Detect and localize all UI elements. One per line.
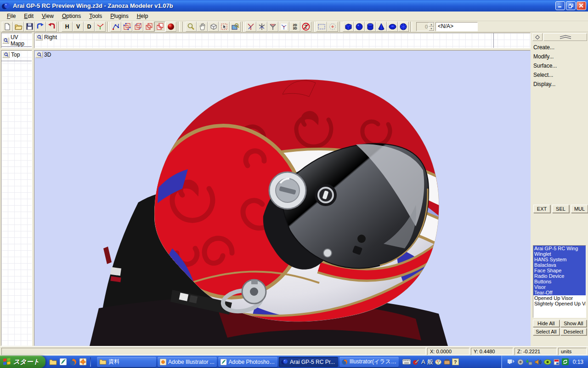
- ime-help-button[interactable]: ?: [452, 358, 459, 365]
- close-button[interactable]: [577, 1, 586, 10]
- sidebar-collapse-button[interactable]: [543, 33, 587, 41]
- open-button[interactable]: [13, 22, 24, 32]
- axis-mode-3-button[interactable]: [267, 22, 278, 32]
- object-mode-button[interactable]: [154, 22, 165, 32]
- select-view-button[interactable]: [219, 22, 230, 32]
- audio-device-icon[interactable]: [517, 359, 524, 365]
- view-cube-button[interactable]: [208, 22, 219, 32]
- object-list-item[interactable]: HANS System: [533, 257, 586, 262]
- minimize-button[interactable]: [555, 1, 565, 10]
- mul-button[interactable]: MUL: [571, 205, 588, 213]
- viewport-top[interactable]: Top: [1, 50, 32, 346]
- keyboard-icon[interactable]: [402, 359, 411, 365]
- start-button[interactable]: スタート: [0, 356, 45, 368]
- hide-all-button[interactable]: Hide All: [533, 320, 560, 327]
- spinner-down-icon[interactable]: ▼: [429, 27, 434, 31]
- sidebar-mode-button[interactable]: [532, 33, 543, 41]
- primitive-cube-button[interactable]: [343, 22, 354, 32]
- menu-plugins[interactable]: Plugins: [106, 12, 132, 20]
- sidebar-item-select[interactable]: Select...: [532, 70, 587, 80]
- menu-options[interactable]: Options: [58, 12, 85, 20]
- zoom-button[interactable]: [186, 22, 197, 32]
- object-list-item[interactable]: Tear-Off: [533, 290, 586, 295]
- sphere-mode-button[interactable]: [165, 22, 176, 32]
- show-all-button[interactable]: Show All: [560, 320, 587, 327]
- object-list-item[interactable]: Arai GP-5 RC Wing: [533, 246, 586, 251]
- primitive-cone-button[interactable]: [376, 22, 387, 32]
- sync-update-icon[interactable]: [562, 358, 569, 365]
- usb-remove-icon[interactable]: [526, 359, 532, 365]
- folder-icon[interactable]: [49, 359, 57, 365]
- sel-button[interactable]: SEL: [552, 205, 569, 213]
- viewport-right[interactable]: Right: [34, 33, 531, 48]
- zoom-region-button[interactable]: [230, 22, 241, 32]
- nview-icon[interactable]: [544, 359, 551, 365]
- export-button[interactable]: [46, 22, 57, 32]
- ime-pad-icon[interactable]: [435, 359, 442, 365]
- object-list-item[interactable]: Winglet: [533, 251, 586, 257]
- pan-button[interactable]: [197, 22, 208, 32]
- task-button-folder[interactable]: 資料: [97, 357, 156, 367]
- z-lock-button[interactable]: Z: [300, 22, 311, 32]
- axes-button[interactable]: [95, 22, 106, 32]
- ime-tools-icon[interactable]: [444, 359, 450, 365]
- axis-mode-4-button[interactable]: [278, 22, 289, 32]
- task-button-illustrator[interactable]: Adobe Illustrator ...: [158, 357, 217, 367]
- select-all-button[interactable]: Select All: [533, 328, 560, 335]
- illustrator-icon[interactable]: [79, 358, 86, 365]
- task-button-browser[interactable]: Illustrator(イラスト...: [339, 357, 399, 367]
- h-view-button[interactable]: H: [62, 22, 73, 32]
- object-list-item[interactable]: Balaclava: [533, 262, 586, 268]
- sidebar-item-display[interactable]: Display...: [532, 80, 587, 89]
- primitive-torus-button[interactable]: [387, 22, 398, 32]
- menu-file[interactable]: File: [3, 12, 20, 20]
- wireless-display-icon[interactable]: [508, 359, 515, 365]
- v-view-button[interactable]: V: [73, 22, 84, 32]
- d-view-button[interactable]: D: [84, 22, 95, 32]
- select-rectangle-button[interactable]: [316, 22, 327, 32]
- menu-help[interactable]: Help: [133, 12, 153, 20]
- ext-button[interactable]: EXT: [533, 205, 550, 213]
- spinner-arrows[interactable]: ▲▼: [429, 23, 434, 31]
- ime-pen-icon[interactable]: [413, 358, 419, 365]
- tablet-driver-icon[interactable]: [554, 359, 560, 365]
- menu-view[interactable]: View: [38, 12, 58, 20]
- menu-tools[interactable]: Tools: [85, 12, 106, 20]
- task-button-photoshop[interactable]: Adobe Photoshop...: [218, 357, 277, 367]
- viewport-uv[interactable]: UV Mapp: [1, 33, 32, 48]
- primitive-sphere-button[interactable]: [354, 22, 365, 32]
- taskbar-clock[interactable]: 0:13: [573, 359, 583, 365]
- viewport-maximize-button[interactable]: [35, 52, 43, 58]
- object-list-item[interactable]: Face Shape: [533, 268, 586, 273]
- spinner-up-icon[interactable]: ▲: [429, 23, 434, 27]
- axis-mode-2-button[interactable]: [256, 22, 267, 32]
- object-list-item[interactable]: Visor: [533, 284, 586, 290]
- toggle-2d3d-button[interactable]: 2D3D: [289, 22, 300, 32]
- firefox-icon[interactable]: [69, 358, 77, 366]
- select-circle-button[interactable]: [327, 22, 338, 32]
- ime-conversion-mode[interactable]: 般: [427, 358, 433, 366]
- material-combobox[interactable]: <N/A>: [435, 22, 478, 31]
- value-spinner[interactable]: 0 ▲▼: [416, 22, 435, 31]
- viewport-maximize-button[interactable]: [2, 37, 9, 44]
- new-button[interactable]: [2, 22, 13, 32]
- sidebar-item-create[interactable]: Create...: [532, 43, 587, 52]
- import-button[interactable]: [35, 22, 46, 32]
- object-list[interactable]: Arai GP-5 RC Wing Winglet HANS System Ba…: [533, 245, 586, 318]
- deselect-button[interactable]: Deselect: [560, 328, 587, 335]
- edges-mode-button[interactable]: [132, 22, 143, 32]
- faces-mode-button[interactable]: [143, 22, 154, 32]
- sidebar-item-surface[interactable]: Surface...: [532, 61, 587, 70]
- viewport-maximize-button[interactable]: [35, 34, 43, 40]
- primitive-cylinder-button[interactable]: [365, 22, 376, 32]
- object-list-item[interactable]: Opened Up Visor: [533, 295, 586, 301]
- vertices-mode-button[interactable]: [121, 22, 132, 32]
- volume-icon[interactable]: [535, 359, 542, 365]
- viewport-maximize-button[interactable]: [2, 52, 10, 58]
- photoshop-icon[interactable]: [60, 358, 67, 365]
- bezier-edit-button[interactable]: [110, 22, 121, 32]
- object-list-item[interactable]: Buttons: [533, 279, 586, 284]
- viewport-3d[interactable]: 3D: [34, 50, 531, 346]
- primitive-geosphere-button[interactable]: [398, 22, 409, 32]
- menu-edit[interactable]: Edit: [20, 12, 38, 20]
